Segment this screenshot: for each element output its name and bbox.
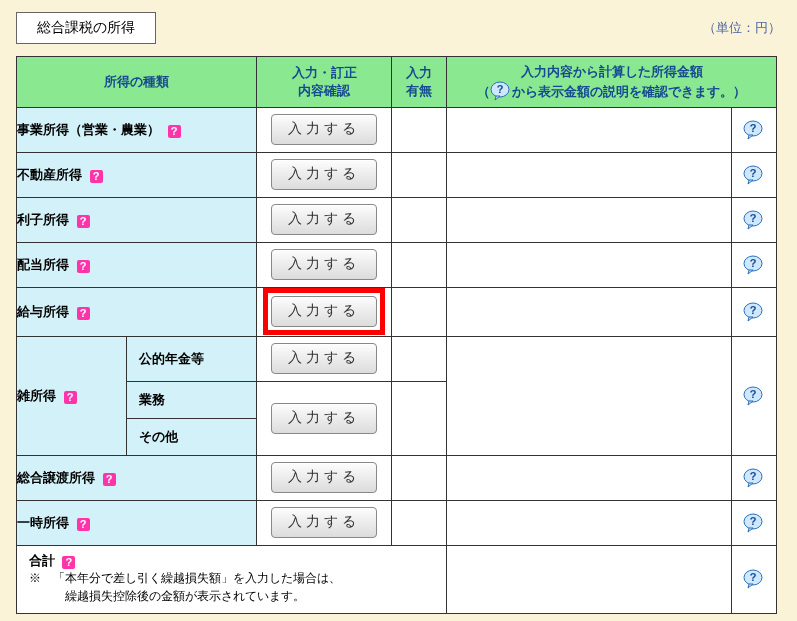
label-salary: 給与所得 ? bbox=[17, 287, 257, 336]
help-icon[interactable]: ? bbox=[743, 165, 765, 185]
label-occasional: 一時所得 ? bbox=[17, 500, 257, 545]
unit-label: （単位：円） bbox=[703, 19, 781, 37]
flag-interest bbox=[392, 197, 447, 242]
header-row: 所得の種類 入力・訂正 内容確認 入力 有無 入力内容から計算した所得金額 （?… bbox=[17, 57, 777, 108]
row-salary: 給与所得 ? 入力する ? bbox=[17, 287, 777, 336]
input-button-business[interactable]: 入力する bbox=[271, 114, 377, 145]
row-transfer: 総合譲渡所得 ? 入力する ? bbox=[17, 455, 777, 500]
header-confirm: 入力・訂正 内容確認 bbox=[257, 57, 392, 108]
highlight-frame: 入力する bbox=[265, 290, 383, 333]
svg-text:?: ? bbox=[497, 83, 504, 95]
header-calc-line2: （?から表示金額の説明を確認できます。） bbox=[451, 81, 772, 101]
help-icon[interactable]: ? bbox=[743, 210, 765, 230]
calc-total bbox=[447, 545, 732, 614]
flag-misc-pension bbox=[392, 336, 447, 381]
label-dividend: 配当所得 ? bbox=[17, 242, 257, 287]
svg-text:?: ? bbox=[750, 122, 757, 134]
help-icon[interactable]: ? bbox=[743, 302, 765, 322]
question-mark-icon[interactable]: ? bbox=[77, 518, 90, 531]
row-real-estate: 不動産所得 ? 入力する ? bbox=[17, 152, 777, 197]
header-type: 所得の種類 bbox=[17, 57, 257, 108]
svg-text:?: ? bbox=[750, 571, 757, 583]
label-interest: 利子所得 ? bbox=[17, 197, 257, 242]
section-title: 総合課税の所得 bbox=[16, 12, 156, 44]
question-mark-icon[interactable]: ? bbox=[168, 125, 181, 138]
row-total: 合計 ? ※ 「本年分で差し引く繰越損失額」を入力した場合は、 繰越損失控除後の… bbox=[17, 545, 777, 614]
help-icon[interactable]: ? bbox=[743, 120, 765, 140]
question-mark-icon[interactable]: ? bbox=[90, 170, 103, 183]
question-mark-icon[interactable]: ? bbox=[77, 260, 90, 273]
row-interest: 利子所得 ? 入力する ? bbox=[17, 197, 777, 242]
calc-business bbox=[447, 107, 732, 152]
svg-text:?: ? bbox=[750, 212, 757, 224]
input-button-occasional[interactable]: 入力する bbox=[271, 507, 377, 538]
input-button-misc-business-other[interactable]: 入力する bbox=[271, 403, 377, 434]
flag-business bbox=[392, 107, 447, 152]
label-misc-other: その他 bbox=[127, 418, 257, 455]
input-button-salary[interactable]: 入力する bbox=[271, 296, 377, 327]
flag-misc-business-other bbox=[392, 381, 447, 455]
row-business: 事業所得（営業・農業） ? 入力する ? bbox=[17, 107, 777, 152]
row-misc-pension: 雑所得 ? 公的年金等 入力する ? bbox=[17, 336, 777, 381]
header-calc-line1: 入力内容から計算した所得金額 bbox=[451, 63, 772, 81]
flag-dividend bbox=[392, 242, 447, 287]
input-button-real-estate[interactable]: 入力する bbox=[271, 159, 377, 190]
help-icon[interactable]: ? bbox=[743, 513, 765, 533]
svg-text:?: ? bbox=[750, 470, 757, 482]
row-occasional: 一時所得 ? 入力する ? bbox=[17, 500, 777, 545]
svg-text:?: ? bbox=[750, 515, 757, 527]
help-icon[interactable]: ? bbox=[743, 255, 765, 275]
question-mark-icon[interactable]: ? bbox=[62, 556, 75, 569]
help-icon[interactable]: ? bbox=[743, 386, 765, 406]
help-icon[interactable]: ? bbox=[743, 468, 765, 488]
help-icon[interactable]: ? bbox=[743, 569, 765, 589]
input-button-misc-pension[interactable]: 入力する bbox=[271, 343, 377, 374]
header-flag: 入力 有無 bbox=[392, 57, 447, 108]
row-dividend: 配当所得 ? 入力する ? bbox=[17, 242, 777, 287]
calc-occasional bbox=[447, 500, 732, 545]
help-icon: ? bbox=[490, 81, 512, 101]
calc-misc bbox=[447, 336, 732, 455]
label-misc: 雑所得 ? bbox=[17, 336, 127, 455]
label-real-estate: 不動産所得 ? bbox=[17, 152, 257, 197]
top-bar: 総合課税の所得 （単位：円） bbox=[16, 12, 781, 44]
label-misc-pension: 公的年金等 bbox=[127, 336, 257, 381]
label-misc-business: 業務 bbox=[127, 381, 257, 418]
total-note-1: ※ 「本年分で差し引く繰越損失額」を入力した場合は、 bbox=[29, 571, 341, 585]
income-table: 所得の種類 入力・訂正 内容確認 入力 有無 入力内容から計算した所得金額 （?… bbox=[16, 56, 777, 614]
flag-transfer bbox=[392, 455, 447, 500]
calc-dividend bbox=[447, 242, 732, 287]
flag-real-estate bbox=[392, 152, 447, 197]
question-mark-icon[interactable]: ? bbox=[77, 215, 90, 228]
input-button-transfer[interactable]: 入力する bbox=[271, 462, 377, 493]
label-transfer: 総合譲渡所得 ? bbox=[17, 455, 257, 500]
header-calc: 入力内容から計算した所得金額 （?から表示金額の説明を確認できます。） bbox=[447, 57, 777, 108]
flag-occasional bbox=[392, 500, 447, 545]
calc-salary bbox=[447, 287, 732, 336]
calc-interest bbox=[447, 197, 732, 242]
svg-text:?: ? bbox=[750, 167, 757, 179]
question-mark-icon[interactable]: ? bbox=[77, 307, 90, 320]
svg-text:?: ? bbox=[750, 304, 757, 316]
svg-text:?: ? bbox=[750, 257, 757, 269]
calc-transfer bbox=[447, 455, 732, 500]
question-mark-icon[interactable]: ? bbox=[103, 473, 116, 486]
calc-real-estate bbox=[447, 152, 732, 197]
question-mark-icon[interactable]: ? bbox=[64, 391, 77, 404]
label-total: 合計 ? ※ 「本年分で差し引く繰越損失額」を入力した場合は、 繰越損失控除後の… bbox=[17, 545, 447, 614]
input-button-interest[interactable]: 入力する bbox=[271, 204, 377, 235]
total-note-2: 繰越損失控除後の金額が表示されています。 bbox=[29, 589, 305, 603]
label-business: 事業所得（営業・農業） ? bbox=[17, 107, 257, 152]
flag-salary bbox=[392, 287, 447, 336]
svg-text:?: ? bbox=[750, 388, 757, 400]
input-button-dividend[interactable]: 入力する bbox=[271, 249, 377, 280]
input-cell-business: 入力する bbox=[257, 107, 392, 152]
